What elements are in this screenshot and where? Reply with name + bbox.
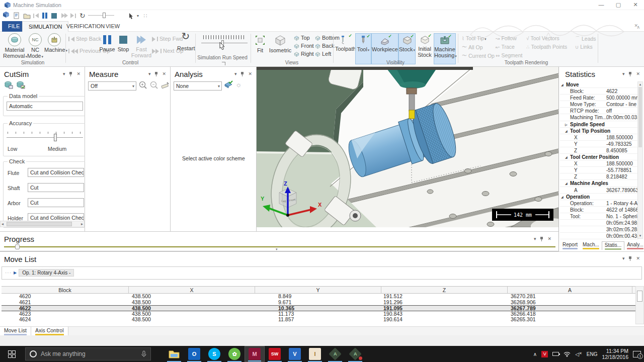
trace-button[interactable]: ↜Trace <box>496 44 515 50</box>
search-box[interactable]: Ask me anything <box>25 347 151 360</box>
taskbar-file-explorer[interactable] <box>164 346 184 362</box>
start-button[interactable] <box>0 346 23 362</box>
view-top-button[interactable]: Top <box>294 35 310 41</box>
analysis-menu-icon[interactable]: ▾ <box>234 71 237 76</box>
step-back-button[interactable]: Step Back <box>68 36 101 42</box>
scroll-right-icon[interactable]: ▸ <box>81 222 83 226</box>
statistics-close-icon[interactable]: ✕ <box>636 71 640 76</box>
stat-row[interactable]: ▷Spindle Speed <box>560 121 638 128</box>
tree-expander-icon[interactable]: ▶ <box>14 270 17 275</box>
view-right-button[interactable]: Right <box>294 51 314 57</box>
analysis-scheme-select[interactable]: None <box>174 81 222 90</box>
app-menu-icon[interactable] <box>3 11 10 18</box>
tab-axis-control[interactable]: Axis Control <box>31 327 68 335</box>
tab-move-list[interactable]: Move List <box>0 327 31 335</box>
qat-restart-icon[interactable]: ↻ <box>79 12 86 20</box>
measure-menu-icon[interactable]: ▾ <box>148 71 151 76</box>
view-left-button[interactable]: Left <box>315 51 331 57</box>
tray-chevron-icon[interactable]: ∧ <box>533 351 537 357</box>
flute-value[interactable]: Cut and Collision Check (Ra <box>28 168 84 177</box>
move-list-pin-icon[interactable] <box>628 256 632 261</box>
tab-statistics[interactable]: Statis... <box>602 241 624 250</box>
tab-report[interactable]: Report <box>560 241 580 250</box>
cutsim-pin-icon[interactable] <box>69 72 72 76</box>
progress-close-icon[interactable]: ✕ <box>547 236 551 241</box>
qat-stop-icon[interactable] <box>51 12 57 20</box>
tree-item-op1[interactable]: ··· ▶ Op. 1: Rotary 4-Axis - <box>5 269 74 277</box>
table-row[interactable]: 4623438.50011.173190.84336266.418 <box>2 311 642 317</box>
progress-menu-icon[interactable]: ▾ <box>534 236 536 241</box>
taskbar-skype[interactable]: S <box>204 346 224 362</box>
material-removal-button[interactable]: Material Removal <box>3 33 26 60</box>
close-button[interactable]: ✕ <box>627 0 644 10</box>
move-list-close-icon[interactable]: ✕ <box>636 256 640 261</box>
qat-speed-slider-handle[interactable] <box>103 13 106 18</box>
measure-close-icon[interactable]: ✕ <box>162 71 166 76</box>
action-center-icon[interactable]: 1 <box>633 351 641 357</box>
progress-thumb[interactable] <box>15 244 20 249</box>
move-list-menu-icon[interactable]: ▾ <box>622 256 625 261</box>
segment-button[interactable]: ↭Segment <box>496 52 522 58</box>
speaker-muted-icon[interactable]: ◁✕ <box>575 351 582 357</box>
progress-bar[interactable] <box>4 246 555 247</box>
maximize-button[interactable]: ▢ <box>610 0 627 10</box>
qat-fast-forward-icon[interactable] <box>61 12 68 20</box>
statistics-pin-icon[interactable] <box>628 72 632 76</box>
initial-stock-toggle[interactable]: ✓ Initial Stock <box>416 33 434 58</box>
simulation-viewport[interactable]: Left Front Z X Y 142 mm <box>257 67 558 227</box>
apply-scheme-icon[interactable] <box>224 80 233 88</box>
analysis-close-icon[interactable]: ✕ <box>248 71 252 76</box>
toolpath-points-button[interactable]: ∴Toolpath Points <box>526 44 567 50</box>
ribbon-collapse-icon[interactable]: ∧ <box>636 25 640 30</box>
fit-button[interactable]: Fit <box>253 33 268 53</box>
stat-row[interactable]: ◢Tool Center Position <box>560 154 638 160</box>
qat-speed-slider[interactable] <box>88 15 114 16</box>
toolpath-toggle[interactable]: ✓ Toolpath <box>335 33 355 52</box>
qat-step-forward-icon[interactable] <box>70 12 76 20</box>
all-op-button[interactable]: 〜All Op <box>462 44 483 51</box>
data-model-value[interactable]: Automatic <box>7 102 83 111</box>
progress-pin-icon[interactable] <box>540 237 543 241</box>
splitter-grip-icon[interactable]: ▾ <box>276 247 278 251</box>
table-row[interactable]: 4620438.5008.849191.51236270.281 <box>2 294 642 300</box>
links-button[interactable]: ∪Links <box>575 44 593 50</box>
statistics-scrollbar[interactable]: ▴ ▾ <box>637 81 643 239</box>
qat-customize-icon[interactable]: ⸬ <box>144 12 147 20</box>
scroll-down-icon[interactable]: ▾ <box>638 234 642 238</box>
taskbar-viewer-app-2[interactable]: A <box>345 346 365 362</box>
tab-analysis[interactable]: Analy... <box>624 241 644 250</box>
stat-row[interactable]: ◢Machine Angles <box>560 180 638 187</box>
zoom-in-measure-icon[interactable] <box>138 81 147 89</box>
current-op-button[interactable]: 〜Current Op <box>462 52 495 59</box>
export-report-icon[interactable] <box>13 12 20 20</box>
qat-pause-icon[interactable] <box>42 12 47 20</box>
tab-machine[interactable]: Mach... <box>580 241 602 250</box>
isometric-button[interactable]: Isometric <box>269 33 292 53</box>
nc-mode-button[interactable]: NC NC Mode <box>26 33 44 60</box>
stop-button[interactable]: Stop <box>116 33 131 52</box>
fast-forward-button[interactable]: Fast Forward <box>131 33 152 58</box>
taskbar-solidworks[interactable]: SW <box>265 346 285 362</box>
cutsim-menu-icon[interactable]: ▾ <box>63 71 65 76</box>
leads-button[interactable]: ⌒Leads <box>575 35 596 42</box>
taskbar-editor-app[interactable]: I <box>305 346 325 362</box>
taskbar-green-app[interactable]: ✿ <box>224 346 245 362</box>
analysis-pin-icon[interactable] <box>240 72 244 76</box>
tool-tip-button[interactable]: ⌇Tool Tip <box>462 35 487 41</box>
cutsim-hscrollbar[interactable]: ◂ ▸ <box>0 221 85 227</box>
statistics-menu-icon[interactable]: ▾ <box>622 71 625 76</box>
taskbar-viewer-app-1[interactable]: A <box>325 346 345 362</box>
pointer-caret-icon[interactable]: ▾ <box>137 12 139 20</box>
restart-button[interactable]: ↻ Restart <box>177 33 194 51</box>
scroll-left-icon[interactable]: ◂ <box>2 222 4 226</box>
color-scheme-icon[interactable]: ☼ <box>235 80 242 88</box>
open-icon[interactable] <box>23 12 31 20</box>
taskbar-v-app[interactable]: V <box>285 346 305 362</box>
dialog-launcher-icon[interactable] <box>222 62 225 65</box>
shaft-value[interactable]: Cut <box>28 183 84 192</box>
stat-row[interactable]: ◢Tool Tip Position <box>560 128 638 134</box>
measure-pin-icon[interactable] <box>154 72 158 76</box>
clock[interactable]: 11:34 PM 12/18/2016 <box>602 348 628 360</box>
battery-icon[interactable] <box>552 352 559 356</box>
save-cutsim-icon[interactable] <box>4 81 13 89</box>
